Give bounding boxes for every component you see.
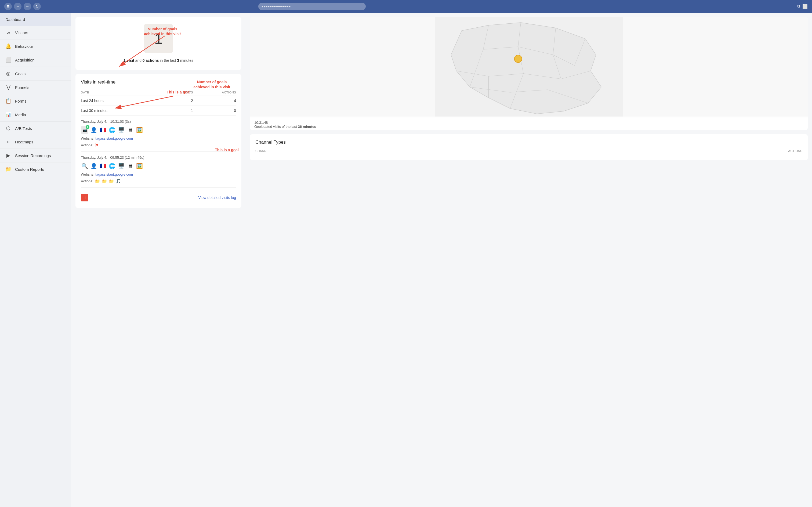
sidebar-item-forms[interactable]: 📋 Forms <box>0 94 71 108</box>
channel-title: Channel Types <box>255 139 802 145</box>
visit-icon-chrome2: 🌐 <box>108 162 116 170</box>
col-actions-header: ACTIONS <box>789 149 802 153</box>
actions-label-1: Actions: <box>81 143 93 147</box>
map-timestamp: 10:31:48 Geolocated visits of the last 3… <box>250 118 808 130</box>
browser-split-button[interactable]: ⬜ <box>802 4 808 9</box>
sidebar-item-session-recordings[interactable]: ▶ Session Recordings <box>0 149 71 163</box>
col-visits-header: VISITS <box>162 89 193 96</box>
goal-annotation-text: This is a goal <box>215 148 239 152</box>
visitors-now-card: 1 1 visit and 0 actions in the last 3 mi… <box>75 17 241 70</box>
visit-icons-2: 🔍 👤 🇫🇷 🌐 🖥️ 🖥 🖼️ <box>81 162 236 170</box>
forms-icon: 📋 <box>5 98 11 104</box>
row-date-label: Last 30 minutes <box>81 106 162 116</box>
sidebar-item-funnels[interactable]: ⋁ Funnels <box>0 80 71 94</box>
realtime-card: Visits in real-time Number of goals achi… <box>75 74 241 208</box>
forward-button[interactable]: → <box>23 3 31 10</box>
view-log-link[interactable]: View detailed visits log <box>198 195 236 200</box>
visit-icon-screenshot: 📷 1 <box>81 126 89 134</box>
media-icon: 📊 <box>5 112 11 118</box>
funnels-icon: ⋁ <box>5 84 11 90</box>
channel-table-header: CHANNEL ACTIONS <box>255 149 802 155</box>
timestamp-value: 10:31:48 <box>254 121 268 125</box>
visit-icon-desktop2: 🖥 <box>126 162 134 170</box>
custom-reports-icon: 📁 <box>5 166 11 172</box>
left-panel: 1 1 visit and 0 actions in the last 3 mi… <box>71 13 246 507</box>
address-bar[interactable]: ●●●●●●●●●●●●●●● <box>258 3 366 10</box>
action-icon-audio: 🎵 <box>116 179 121 184</box>
back-button[interactable]: ← <box>14 3 21 10</box>
sidebar-item-label: Acquisition <box>15 58 35 62</box>
row-actions: 0 <box>193 106 236 116</box>
visit-icon-macos: 🖥️ <box>117 126 125 134</box>
sidebar-item-label: Goals <box>15 71 25 76</box>
app-container: Dashboard ∞ Visitors 🔔 Behaviour ⬜ Acqui… <box>0 13 812 507</box>
visitors-now-text: 1 visit and 0 actions in the last 3 minu… <box>82 57 235 63</box>
actions-label-2: Actions: <box>81 179 93 183</box>
browser-chrome: ⊞ ← → ↻ ●●●●●●●●●●●●●●● ⧉ ⬜ <box>0 0 812 13</box>
right-panel: 10:31:48 Geolocated visits of the last 3… <box>246 13 812 507</box>
sidebar-item-label: Session Recordings <box>15 153 51 158</box>
visit-timestamp-2: Thursday, July 4, - 09:55:23 (12 min 49s… <box>81 156 236 160</box>
goals-icon: ◎ <box>5 71 11 76</box>
visit-icon-google: 🔍 <box>81 162 89 170</box>
sidebar-item-label: Heatmaps <box>15 139 33 144</box>
sidebar-item-label: Funnels <box>15 85 29 90</box>
sidebar-item-label: Behaviour <box>15 44 33 49</box>
visit-entry-1: Thursday, July 4, - 10:31:03 (3s) 📷 1 👤 … <box>81 116 236 152</box>
sidebar-item-custom-reports[interactable]: 📁 Custom Reports <box>0 163 71 176</box>
col-date-header: DATE <box>81 89 162 96</box>
sidebar-item-label: Visitors <box>15 30 28 35</box>
session-recordings-icon: ▶ <box>5 153 11 158</box>
website-url-1[interactable]: tagassistant.google.com <box>95 136 133 140</box>
visit-icon-macos2: 🖥️ <box>117 162 125 170</box>
visit-icon-chrome: 🌐 <box>108 126 116 134</box>
visit-icon-desktop: 🖥 <box>126 126 134 134</box>
goal-badge: 1 <box>85 125 90 129</box>
abtests-icon: ⬡ <box>5 125 11 131</box>
sidebar-item-media[interactable]: 📊 Media <box>0 108 71 122</box>
visitors-count: 1 <box>154 30 163 47</box>
map-card: 10:31:48 Geolocated visits of the last 3… <box>250 17 808 130</box>
visitors-count-box: 1 <box>143 23 173 53</box>
sidebar-item-acquisition[interactable]: ⬜ Acquisition <box>0 53 71 67</box>
sidebar-toggle-button[interactable]: ⊞ <box>4 3 12 10</box>
col-channel-header: CHANNEL <box>255 149 271 153</box>
map-location-dot <box>515 55 522 63</box>
visit-timestamp-1: Thursday, July 4, - 10:31:03 (3s) <box>81 119 236 123</box>
website-url-2[interactable]: tagassistant.google.com <box>95 172 133 176</box>
col-actions-header: ACTIONS <box>193 89 236 96</box>
browser-window-button[interactable]: ⧉ <box>797 4 800 9</box>
main-content: 1 1 visit and 0 actions in the last 3 mi… <box>71 13 812 507</box>
table-row: Last 24 hours 2 4 <box>81 96 236 106</box>
bottom-bar: ⏸ View detailed visits log <box>81 190 236 203</box>
visit-website-1: Website: tagassistant.google.com <box>81 136 236 140</box>
sidebar-item-label: Forms <box>15 99 26 103</box>
visits-count-label: 1 visit <box>123 58 134 63</box>
refresh-button[interactable]: ↻ <box>33 3 41 10</box>
sidebar-item-label: A/B Tests <box>15 126 32 131</box>
visit-icon-flag-fr2: 🇫🇷 <box>99 162 107 170</box>
sidebar-item-heatmaps[interactable]: ○ Heatmaps <box>0 135 71 149</box>
sidebar: Dashboard ∞ Visitors 🔔 Behaviour ⬜ Acqui… <box>0 13 71 507</box>
sidebar-item-visitors[interactable]: ∞ Visitors <box>0 26 71 40</box>
sidebar-dashboard-item[interactable]: Dashboard <box>0 13 71 26</box>
sidebar-item-label: Media <box>15 113 26 117</box>
heatmaps-icon: ○ <box>5 139 11 145</box>
geo-minutes: 36 minutes <box>298 125 316 129</box>
behaviour-icon: 🔔 <box>5 43 11 49</box>
browser-actions: ⧉ ⬜ <box>797 4 808 9</box>
and-text: and <box>134 58 142 63</box>
france-map <box>250 17 808 117</box>
row-visits: 2 <box>162 96 193 106</box>
pause-button[interactable]: ⏸ <box>81 194 89 202</box>
action-icon-folder2: 📁 <box>102 179 107 184</box>
visit-actions-row-1: Actions: ⚑ <box>81 143 236 148</box>
address-text: ●●●●●●●●●●●●●●● <box>262 5 291 8</box>
actions-count-label: 0 actions <box>142 58 159 63</box>
action-icon-folder3: 📁 <box>109 179 114 184</box>
sidebar-item-behaviour[interactable]: 🔔 Behaviour <box>0 40 71 53</box>
sidebar-item-abtests[interactable]: ⬡ A/B Tests <box>0 122 71 135</box>
row-visits: 1 <box>162 106 193 116</box>
website-label-2: Website: <box>81 172 94 176</box>
sidebar-item-goals[interactable]: ◎ Goals <box>0 67 71 80</box>
